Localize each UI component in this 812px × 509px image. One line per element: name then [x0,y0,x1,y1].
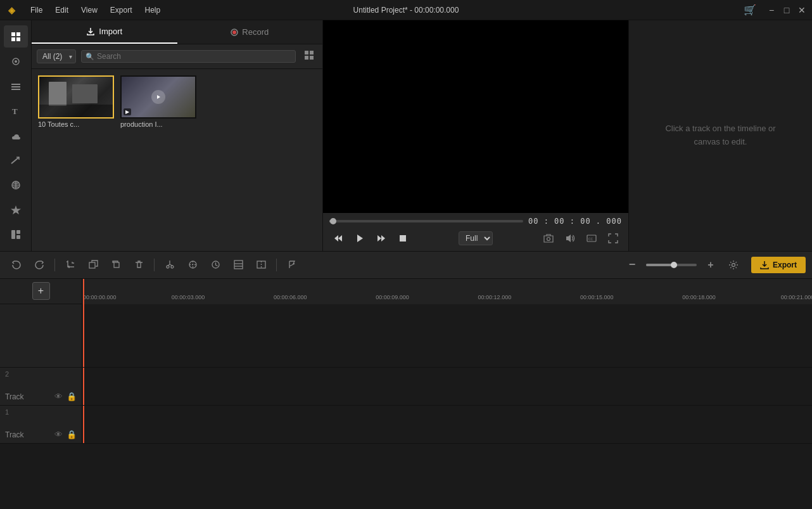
timeline-track-label-header: + [0,279,82,304]
add-track-button[interactable]: + [32,282,50,300]
cart-icon[interactable]: 🛒 [744,4,756,16]
sidebar-item-text[interactable]: T [4,100,28,122]
tab-record-label: Record [242,27,269,37]
zoom-out-button[interactable]: − [622,255,642,275]
track-name-2: Track [5,392,51,401]
media-grid: 10 Toutes c... ▶ production [32,69,322,251]
media-item-2[interactable]: ▶ production I... [120,75,196,245]
sidebar-item-audio[interactable] [4,75,28,97]
quality-select[interactable]: Full 1/2 1/4 [459,231,493,245]
track-1-visibility-icon[interactable]: 👁 [54,430,63,439]
sidebar-item-effects[interactable] [4,50,28,72]
zoom-fill [646,264,674,266]
redo-button[interactable] [29,255,49,275]
search-box: 🔍 [81,50,296,63]
cut-button[interactable] [160,255,180,275]
stop-button[interactable] [394,229,412,247]
undo-button[interactable] [6,255,27,275]
track-name-1: Track [5,430,51,439]
delete-button[interactable] [129,255,149,275]
empty-track-area [0,304,812,368]
menu-edit[interactable]: Edit [53,4,71,16]
playhead-track-1 [83,406,84,443]
screenshot-button[interactable] [540,229,557,247]
timecode-display: 00 : 00 : 00 . 000 [528,217,622,226]
svg-marker-21 [377,235,381,242]
svg-rect-13 [305,51,308,55]
ruler-label-1: 00:00:03.000 [172,294,205,300]
minimize-button[interactable]: − [766,5,777,15]
volume-button[interactable] [561,229,579,247]
ruler-label-0: 00:00:00.000 [83,294,117,300]
close-button[interactable]: ✕ [797,5,807,15]
window-title: Untitled Project* - 00:00:00.000 [353,6,459,15]
trim-button[interactable] [228,255,248,275]
search-input[interactable] [97,52,291,61]
captions-button[interactable]: CC [583,229,600,247]
split-button[interactable] [251,255,271,275]
sidebar-item-transitions[interactable] [4,149,28,171]
filter-dropdown-wrapper[interactable]: All (2) [37,49,76,63]
sidebar-item-filters[interactable] [4,174,28,196]
rewind-button[interactable] [329,229,347,247]
media-item-1[interactable]: 10 Toutes c... [38,75,114,245]
svg-rect-15 [305,56,308,60]
progress-bar-track[interactable] [329,220,523,222]
title-bar: ◈ File Edit View Export Help Untitled Pr… [0,0,812,20]
menu-view[interactable]: View [79,4,100,16]
play-button[interactable] [351,229,369,247]
svg-marker-20 [357,235,363,242]
tab-import[interactable]: Import [32,20,177,44]
zoom-handle[interactable] [671,262,677,268]
track-1-lock-icon[interactable]: 🔒 [67,430,77,439]
forward-button[interactable] [372,229,390,247]
content-area: Import Record All (2) 🔍 [32,20,812,251]
track-2-lock-icon[interactable]: 🔒 [67,392,77,401]
fullscreen-button[interactable] [604,229,622,247]
title-bar-left: ◈ File Edit View Export Help [5,4,163,16]
sidebar-item-media[interactable] [4,25,28,48]
color-grading-button[interactable] [182,255,203,275]
media-panel-tabs: Import Record [32,20,322,44]
svg-rect-2 [11,84,20,85]
zoom-slider[interactable] [646,264,697,266]
maximize-button[interactable]: □ [782,5,792,15]
duplicate-button[interactable] [83,255,103,275]
svg-marker-19 [338,235,342,242]
speed-button[interactable] [205,255,225,275]
timeline-settings-button[interactable] [723,255,744,275]
svg-rect-16 [310,56,314,60]
export-button[interactable]: Export [751,257,806,273]
sidebar-item-templates[interactable] [4,224,28,246]
track-2-visibility-icon[interactable]: 👁 [54,392,63,401]
svg-point-12 [232,30,236,34]
sidebar-item-cloud[interactable] [4,124,28,146]
media-item-1-label: 10 Toutes c... [38,120,114,128]
crop-button[interactable] [60,255,80,275]
playback-row: Full 1/2 1/4 CC [329,229,622,247]
filter-dropdown[interactable]: All (2) [37,49,76,63]
ruler-label-7: 00:00:21.000 [781,294,812,300]
svg-point-37 [732,263,735,266]
grid-view-button[interactable] [301,48,317,65]
media-item-2-label: production I... [120,120,196,128]
tab-record[interactable]: Record [177,20,323,44]
flag-button[interactable] [282,255,302,275]
track-number-1: 1 [5,408,9,416]
zoom-in-button[interactable]: + [701,255,721,275]
sidebar-item-stickers[interactable] [4,198,28,221]
menu-file[interactable]: File [28,4,45,16]
timeline-ruler[interactable]: 00:00:00.000 00:00:03.000 00:00:06.000 0… [82,279,812,304]
menu-export[interactable]: Export [108,4,135,16]
svg-rect-8 [11,230,15,239]
svg-point-30 [171,266,174,268]
properties-hint-line2: canvas to edit. [694,137,747,146]
progress-handle[interactable] [330,218,336,224]
main-layout: T Import Reco [0,20,812,251]
svg-rect-10 [16,235,20,239]
menu-help[interactable]: Help [143,4,163,16]
copy-button[interactable] [106,255,126,275]
media-panel: Import Record All (2) 🔍 [32,20,323,251]
quality-dropdown-wrapper: Full 1/2 1/4 [459,231,493,245]
properties-hint: Click a track on the timeline or canvas … [652,110,788,162]
